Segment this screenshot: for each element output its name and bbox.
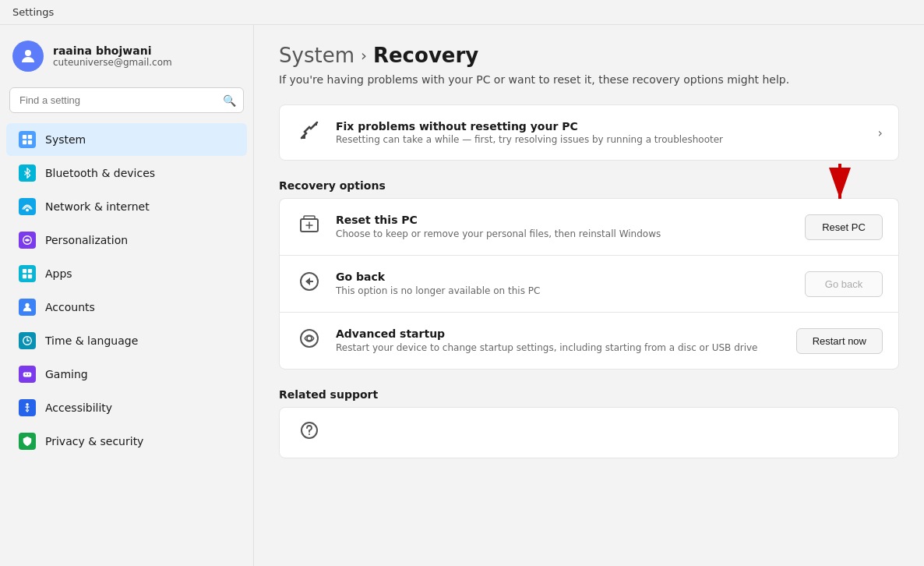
reset-pc-card: Reset this PC Choose to keep or remove y… [279,198,899,255]
go-back-card: Go back This option is no longer availab… [279,255,899,312]
svg-rect-8 [28,269,32,273]
sidebar-item-bluetooth-label: Bluetooth & devices [45,167,155,179]
arrow-annotation [820,160,859,207]
reset-pc-button[interactable]: Reset PC [805,214,883,240]
page-description: If you're having problems with your PC o… [279,73,899,86]
svg-point-21 [301,330,318,347]
sidebar-item-system[interactable]: System [6,123,247,156]
fix-problems-card[interactable]: Fix problems without resetting your PC R… [279,104,899,161]
sidebar-item-time[interactable]: Time & language [6,324,247,357]
reset-pc-title: Reset this PC [336,214,792,226]
title-bar: Settings [0,0,924,25]
network-icon [19,198,36,215]
recovery-options: Reset this PC Choose to keep or remove y… [279,198,899,370]
sidebar-item-accounts[interactable]: Accounts [6,291,247,324]
related-support-section: Related support [279,388,899,458]
svg-point-14 [28,373,30,375]
svg-rect-10 [28,274,32,278]
svg-rect-13 [23,372,32,377]
reset-pc-btn-wrapper: Reset PC [805,214,883,240]
sidebar-item-privacy-label: Privacy & security [45,435,143,447]
system-icon [19,131,36,148]
related-support-icon [295,420,323,445]
sidebar-item-privacy[interactable]: Privacy & security [6,425,247,458]
sidebar-nav: System Bluetooth & devices [0,122,253,458]
go-back-button[interactable]: Go back [805,271,883,297]
search-box: 🔍 [9,87,244,113]
sidebar-item-apps[interactable]: Apps [6,257,247,290]
go-back-info: Go back This option is no longer availab… [336,271,792,298]
sidebar-item-time-label: Time & language [45,334,138,347]
svg-point-5 [26,209,29,211]
sidebar-item-gaming[interactable]: Gaming [6,358,247,391]
svg-rect-17 [304,216,315,219]
svg-rect-2 [28,135,32,139]
svg-point-11 [25,303,29,307]
go-back-desc: This option is no longer available on th… [336,285,792,298]
privacy-icon [19,433,36,450]
time-icon [19,332,36,349]
app-title: Settings [12,6,54,18]
main-content: System › Recovery If you're having probl… [254,25,924,566]
search-icon: 🔍 [223,94,236,107]
fix-problems-arrow: › [878,126,883,140]
advanced-startup-title: Advanced startup [336,327,784,340]
svg-rect-1 [23,135,26,139]
advanced-startup-card: Advanced startup Restart your device to … [279,312,899,370]
sidebar-item-accounts-label: Accounts [45,301,95,313]
sidebar-item-network-label: Network & internet [45,200,150,213]
sidebar-item-accessibility[interactable]: Accessibility [6,391,247,424]
fix-problems-desc: Resetting can take a while — first, try … [336,134,866,145]
sidebar-item-system-label: System [45,133,86,146]
svg-rect-4 [28,140,32,144]
related-support-card [279,407,899,458]
svg-point-24 [309,433,310,435]
sidebar-item-accessibility-label: Accessibility [45,402,112,414]
svg-rect-7 [23,269,26,273]
personalization-icon [19,232,36,249]
advanced-startup-info: Advanced startup Restart your device to … [336,327,784,355]
reset-pc-icon [295,213,323,241]
sidebar-item-personalization[interactable]: Personalization [6,224,247,256]
related-support-title: Related support [279,388,899,401]
svg-rect-9 [23,274,26,278]
breadcrumb-current: Recovery [373,44,478,67]
recovery-options-title: Recovery options [279,179,899,192]
breadcrumb-separator: › [361,46,367,65]
accounts-icon [19,299,36,316]
user-section: raaina bhojwani cuteuniverse@gmail.com [0,25,253,84]
sidebar-item-apps-label: Apps [45,267,72,280]
reset-pc-info: Reset this PC Choose to keep or remove y… [336,214,792,241]
fix-problems-icon [295,119,323,146]
go-back-title: Go back [336,271,792,283]
user-name: raaina bhojwani [53,44,172,57]
svg-point-0 [25,50,31,56]
fix-problems-title: Fix problems without resetting your PC [336,120,866,133]
sidebar-item-personalization-label: Personalization [45,234,128,246]
svg-point-15 [26,403,29,406]
svg-rect-3 [23,140,26,144]
restart-now-button[interactable]: Restart now [796,328,883,354]
fix-problems-text: Fix problems without resetting your PC R… [336,120,866,145]
go-back-icon [295,270,323,298]
breadcrumb: System › Recovery [279,44,899,67]
search-input[interactable] [9,87,244,113]
avatar [12,41,44,72]
bluetooth-icon [19,164,36,182]
user-email: cuteuniverse@gmail.com [53,57,172,68]
advanced-startup-icon [295,327,323,355]
breadcrumb-parent: System [279,44,354,67]
sidebar: raaina bhojwani cuteuniverse@gmail.com 🔍 [0,25,254,566]
gaming-icon [19,366,36,383]
svg-point-22 [307,336,312,341]
reset-pc-desc: Choose to keep or remove your personal f… [336,228,792,241]
user-info: raaina bhojwani cuteuniverse@gmail.com [53,44,172,68]
advanced-startup-desc: Restart your device to change startup se… [336,341,784,355]
sidebar-item-gaming-label: Gaming [45,368,88,380]
sidebar-item-bluetooth[interactable]: Bluetooth & devices [6,157,247,189]
sidebar-item-network[interactable]: Network & internet [6,190,247,223]
apps-icon [19,265,36,282]
accessibility-icon [19,399,36,416]
